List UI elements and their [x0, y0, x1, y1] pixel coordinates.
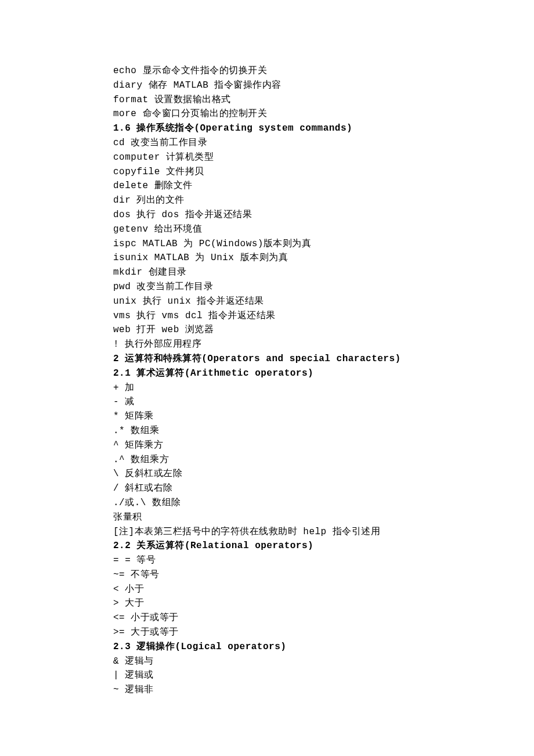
- text-line: ! 执行外部应用程序: [113, 337, 534, 352]
- text-line: vms 执行 vms dcl 指令并返还结果: [113, 309, 534, 323]
- text-line: - 减: [113, 395, 534, 409]
- text-line: ~= 不等号: [113, 568, 534, 582]
- text-line: 张量积: [113, 510, 534, 525]
- section-heading: 1.6 操作系统指令(Operating system commands): [113, 121, 534, 136]
- text-line: / 斜杠或右除: [113, 481, 534, 496]
- text-line: & 逻辑与: [113, 654, 534, 669]
- text-line: \ 反斜杠或左除: [113, 467, 534, 481]
- text-line: mkdir 创建目录: [113, 265, 534, 280]
- text-line: + 加: [113, 381, 534, 395]
- text-line: isunix MATLAB 为 Unix 版本则为真: [113, 251, 534, 265]
- section-heading: 2 运算符和特殊算符(Operators and special charact…: [113, 352, 534, 366]
- text-line: ^ 矩阵乘方: [113, 438, 534, 453]
- section-heading: 2.2 关系运算符(Relational operators): [113, 539, 534, 553]
- text-line: .* 数组乘: [113, 424, 534, 438]
- text-line: = = 等号: [113, 553, 534, 568]
- section-heading: 2.1 算术运算符(Arithmetic operators): [113, 366, 534, 381]
- text-line: web 打开 web 浏览器: [113, 323, 534, 337]
- text-line: ./或.\ 数组除: [113, 496, 534, 510]
- text-line: copyfile 文件拷贝: [113, 165, 534, 179]
- text-line: ~ 逻辑非: [113, 683, 534, 697]
- document-page: echo 显示命令文件指令的切换开关diary 储存 MATLAB 指令窗操作内…: [0, 0, 534, 756]
- section-heading: 2.3 逻辑操作(Logical operators): [113, 640, 534, 654]
- text-line: <= 小于或等于: [113, 611, 534, 625]
- text-line: dir 列出的文件: [113, 193, 534, 208]
- text-line: >= 大于或等于: [113, 625, 534, 640]
- text-line: < 小于: [113, 582, 534, 597]
- text-line: [注]本表第三栏括号中的字符供在线救助时 help 指令引述用: [113, 525, 534, 539]
- text-line: * 矩阵乘: [113, 409, 534, 424]
- text-line: dos 执行 dos 指令并返还结果: [113, 208, 534, 222]
- text-line: format 设置数据输出格式: [113, 93, 534, 107]
- text-line: computer 计算机类型: [113, 150, 534, 165]
- text-line: | 逻辑或: [113, 668, 534, 683]
- text-line: echo 显示命令文件指令的切换开关: [113, 64, 534, 78]
- text-line: getenv 给出环境值: [113, 222, 534, 237]
- text-line: more 命令窗口分页输出的控制开关: [113, 107, 534, 121]
- text-line: cd 改变当前工作目录: [113, 136, 534, 150]
- text-line: > 大于: [113, 596, 534, 611]
- text-line: ispc MATLAB 为 PC(Windows)版本则为真: [113, 237, 534, 251]
- text-line: delete 删除文件: [113, 179, 534, 193]
- text-line: .^ 数组乘方: [113, 453, 534, 467]
- text-line: pwd 改变当前工作目录: [113, 280, 534, 294]
- text-line: diary 储存 MATLAB 指令窗操作内容: [113, 78, 534, 93]
- text-line: unix 执行 unix 指令并返还结果: [113, 294, 534, 309]
